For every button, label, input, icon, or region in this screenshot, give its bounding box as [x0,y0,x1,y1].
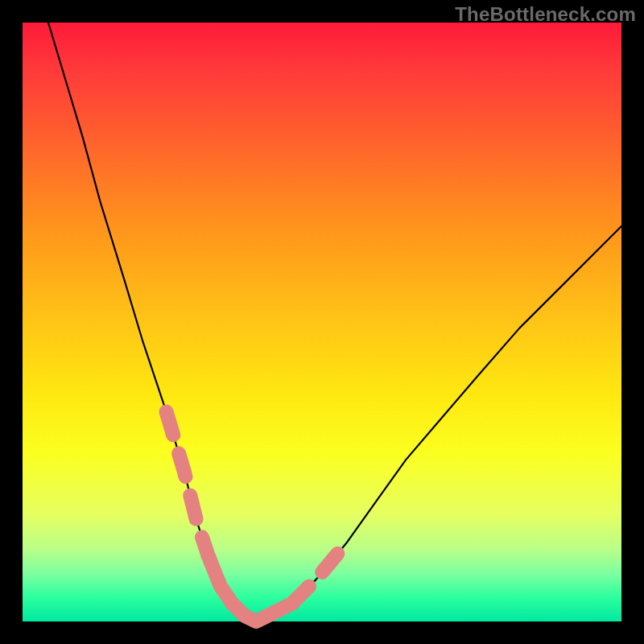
ideal-range-right [292,543,346,603]
chart-frame [23,23,621,621]
chart-plot-svg [23,23,621,621]
bottleneck-curve [47,17,621,621]
ideal-range-bottom [208,555,292,621]
